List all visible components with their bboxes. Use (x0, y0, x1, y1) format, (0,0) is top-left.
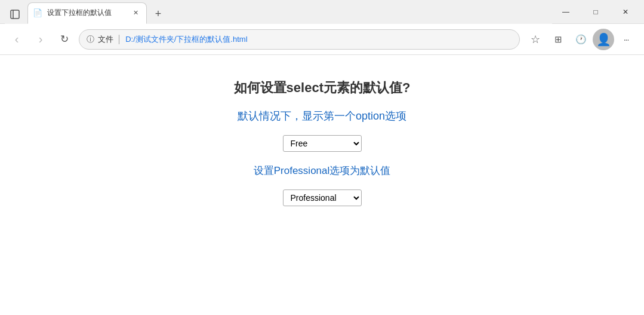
sidebar-icon (10, 10, 20, 19)
forward-button[interactable]: › (31, 30, 50, 49)
select2-wrapper: Free Basic Professional Enterprise (283, 189, 362, 206)
window-controls: — □ ✕ (552, 3, 639, 21)
settings-more-button[interactable]: ··· (615, 29, 637, 50)
tab-close-button[interactable]: ✕ (130, 7, 141, 19)
back-button[interactable]: ‹ (7, 30, 26, 49)
active-tab[interactable]: 📄 设置下拉框的默认值 ✕ (27, 2, 147, 24)
refresh-button[interactable]: ↻ (55, 30, 74, 49)
svg-rect-0 (11, 10, 19, 19)
page-content: 如何设置select元素的默认值? 默认情况下，显示第一个option选项 Fr… (0, 55, 644, 315)
profile-button[interactable]: 👤 (593, 29, 614, 50)
title-bar: 📄 设置下拉框的默认值 ✕ + — □ ✕ (0, 0, 644, 24)
favorites-button[interactable]: ☆ (525, 29, 546, 50)
address-bar: ‹ › ↻ ⓘ 文件 │ D:/测试文件夹/下拉框的默认值.html ☆ ⊞ 🕐… (0, 24, 644, 55)
address-field[interactable]: ⓘ 文件 │ D:/测试文件夹/下拉框的默认值.html (79, 29, 520, 50)
tab-title: 设置下拉框的默认值 (47, 8, 125, 18)
new-tab-button[interactable]: + (148, 5, 168, 24)
tab-favicon-icon: 📄 (33, 8, 42, 17)
address-separator: │ (117, 35, 122, 44)
address-file-label: 文件 (98, 34, 113, 45)
browser-window: 📄 设置下拉框的默认值 ✕ + — □ ✕ ‹ › ↻ ⓘ 文件 │ D:/测试… (0, 0, 644, 315)
history-button[interactable]: 🕐 (570, 29, 591, 50)
select2-dropdown[interactable]: Free Basic Professional Enterprise (283, 189, 362, 206)
minimize-button[interactable]: — (552, 3, 580, 21)
close-button[interactable]: ✕ (612, 3, 639, 21)
sidebar-toggle-button[interactable] (5, 5, 25, 24)
section2-label: 设置Professional选项为默认值 (254, 164, 391, 178)
collections-button[interactable]: ⊞ (547, 29, 569, 50)
page-title: 如何设置select元素的默认值? (234, 79, 411, 97)
select1-wrapper: Free Basic Professional Enterprise (283, 135, 362, 152)
maximize-button[interactable]: □ (582, 3, 609, 21)
address-path: D:/测试文件夹/下拉框的默认值.html (125, 34, 247, 45)
select1-dropdown[interactable]: Free Basic Professional Enterprise (283, 135, 362, 152)
page-subtitle: 默认情况下，显示第一个option选项 (238, 109, 406, 123)
security-info-icon[interactable]: ⓘ (87, 34, 94, 45)
toolbar-right: ☆ ⊞ 🕐 👤 ··· (525, 29, 637, 50)
